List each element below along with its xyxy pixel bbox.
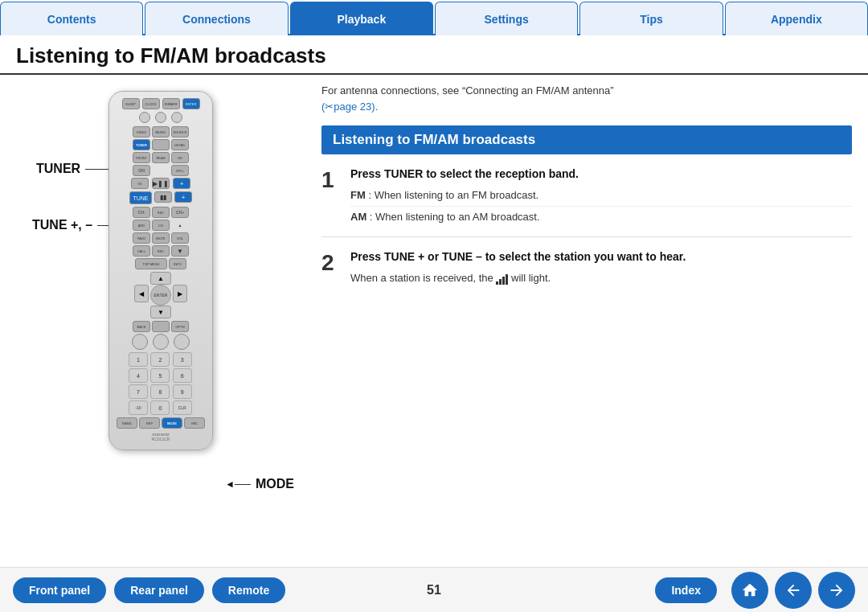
off-btn[interactable]: OFF+: [171, 165, 189, 176]
step-2-detail: When a station is received, the will lig…: [350, 268, 852, 289]
stop-btn[interactable]: ▮▮: [154, 191, 172, 203]
rear-panel-button[interactable]: Rear panel: [114, 577, 204, 603]
num-minus10[interactable]: -10: [129, 400, 148, 415]
fav-btn[interactable]: FAVO: [133, 232, 150, 244]
mode-button[interactable]: MODE: [162, 417, 182, 429]
am-text: : When listening to an AM broadcast.: [370, 211, 540, 223]
left-panel: TUNER ► TUNE +, – ► ◄ MODE SLEEP CLO: [16, 83, 305, 565]
misc2-btn[interactable]: DETAIL: [171, 139, 189, 150]
sleep-btn[interactable]: SLEEP: [122, 98, 140, 109]
play-pause-btn[interactable]: ▶❚❚: [152, 178, 170, 189]
add-btn[interactable]: ADD: [133, 220, 150, 231]
on-btn[interactable]: ON: [133, 165, 150, 176]
tab-contents[interactable]: Contents: [0, 2, 143, 35]
num3[interactable]: 3: [173, 352, 192, 367]
fm-label: FM: [350, 189, 366, 201]
back-btn[interactable]: BACK: [133, 321, 150, 332]
num9[interactable]: 9: [173, 384, 192, 399]
ir-emitter: [139, 112, 150, 123]
num7[interactable]: 7: [129, 384, 148, 399]
mute-btn[interactable]: MUTE: [152, 232, 170, 244]
remote-button[interactable]: Remote: [212, 577, 285, 603]
num4[interactable]: 4: [129, 368, 148, 383]
tab-appendix[interactable]: Appendix: [725, 2, 868, 35]
remote-wrapper: TUNER ► TUNE +, – ► ◄ MODE SLEEP CLO: [108, 91, 213, 450]
vol-btn[interactable]: VOL: [171, 232, 189, 244]
num1[interactable]: 1: [129, 352, 148, 367]
right-panel: For antenna connections, see “Connecting…: [305, 83, 852, 565]
circle3[interactable]: [174, 334, 190, 350]
ch-btn[interactable]: CH: [152, 220, 170, 231]
dpad-left[interactable]: ◀: [134, 285, 149, 302]
source-select-btn[interactable]: SRC: [184, 417, 205, 429]
tab-connections[interactable]: Connections: [145, 2, 288, 35]
vol-down-triangle[interactable]: ▼: [171, 245, 189, 257]
tab-settings[interactable]: Settings: [435, 2, 578, 35]
misc1-btn[interactable]: [152, 139, 170, 150]
rec-btn[interactable]: REC: [152, 207, 170, 218]
step-1-detail-fm: FM : When listening to an FM broadcast.: [350, 185, 852, 207]
forward-arrow-icon: [828, 581, 845, 599]
source2-btn[interactable]: MUSIC: [152, 126, 170, 138]
source3-btn[interactable]: SOURCE: [171, 126, 189, 138]
dpad-up[interactable]: ▲: [150, 272, 171, 285]
front-panel-button[interactable]: Front panel: [13, 577, 106, 603]
dpad-right[interactable]: ▶: [173, 285, 187, 302]
ch-minus[interactable]: CH-: [133, 207, 150, 218]
dpad: ▲ ◀ ENTER ▶ ▼: [114, 272, 207, 318]
index-button[interactable]: Index: [655, 577, 717, 603]
ch-plus[interactable]: CH+: [171, 207, 189, 218]
forward-button[interactable]: [818, 572, 855, 609]
call-btn[interactable]: CALL: [133, 245, 150, 257]
back-button[interactable]: [775, 572, 812, 609]
tune-plus-btn[interactable]: +: [173, 178, 190, 189]
dpad-down[interactable]: ▼: [150, 306, 171, 318]
step-2-detail-text: When a station is received, the: [350, 272, 493, 284]
num8[interactable]: 8: [150, 384, 170, 399]
vol-triangle: ▲: [171, 220, 189, 231]
tuner-button[interactable]: TUNER: [133, 139, 150, 150]
circle1[interactable]: [132, 334, 148, 350]
num0[interactable]: 0: [150, 400, 170, 415]
bottom-navigation: Front panel Rear panel Remote 51 Index: [0, 567, 868, 612]
setup-btn[interactable]: [152, 321, 170, 332]
ir-emitter3: [171, 112, 182, 123]
spacer1: [152, 165, 170, 176]
enter-btn[interactable]: ENTER: [150, 285, 171, 306]
random-btn[interactable]: RAND: [117, 417, 137, 429]
top-menu-btn[interactable]: TOP MENU: [135, 258, 167, 269]
step-1-title: Press TUNER to select the reception band…: [350, 167, 852, 180]
tune-plus2-btn[interactable]: +: [174, 191, 192, 203]
num5[interactable]: 5: [150, 368, 170, 383]
num-clr[interactable]: CLR: [173, 400, 192, 415]
repeat-btn[interactable]: REP: [139, 417, 160, 429]
rear-btn[interactable]: REAR: [152, 152, 170, 163]
page-link[interactable]: (✂page 23).: [321, 101, 378, 113]
prev-btn[interactable]: ‹‹: [131, 178, 149, 189]
hd-btn[interactable]: HD: [171, 152, 189, 163]
info-btn[interactable]: INFO: [169, 258, 186, 269]
source1-btn[interactable]: VIDEO: [133, 126, 150, 138]
step-1-num: 1: [321, 167, 350, 227]
enter-top-btn[interactable]: ENTER: [182, 98, 200, 109]
section-header: Listening to FM/AM broadcasts: [321, 125, 852, 154]
circle2[interactable]: [153, 334, 169, 350]
rec2-btn[interactable]: REC: [152, 245, 170, 257]
main-content: TUNER ► TUNE +, – ► ◄ MODE SLEEP CLO: [0, 75, 868, 573]
numpad: 1 2 3 4 5 6 7 8 9 -10 0 CLR: [129, 352, 193, 415]
home-button[interactable]: [731, 572, 768, 609]
num6[interactable]: 6: [173, 368, 192, 383]
clock-btn[interactable]: CLOCK: [142, 98, 160, 109]
step-2-title: Press TUNE + or TUNE – to select the sta…: [350, 250, 852, 263]
signal-icon: [496, 273, 508, 285]
page-title: Listening to FM/AM broadcasts: [16, 43, 852, 68]
dimmer-btn[interactable]: DIMMER: [162, 98, 180, 109]
tab-playback[interactable]: Playback: [290, 2, 433, 35]
tab-tips[interactable]: Tips: [579, 2, 723, 35]
option-btn[interactable]: OPTN: [171, 321, 189, 332]
tune-bar-btn[interactable]: TUNE: [129, 191, 152, 204]
step-2-num: 2: [321, 250, 350, 289]
step-2-suffix: will light.: [511, 272, 551, 284]
front-btn[interactable]: FRONT: [133, 152, 150, 163]
num2[interactable]: 2: [150, 352, 170, 367]
